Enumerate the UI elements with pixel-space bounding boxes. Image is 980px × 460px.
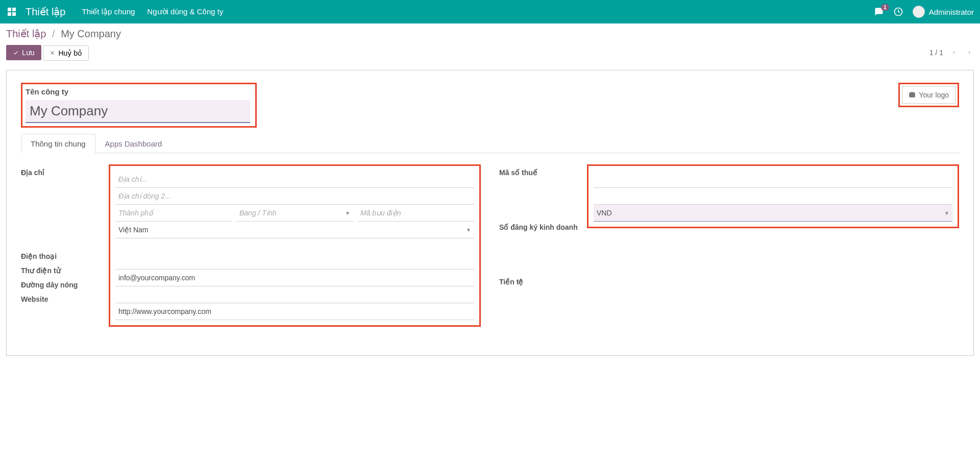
breadcrumb-root[interactable]: Thiết lập [6, 28, 46, 39]
chevron-right-icon [967, 49, 972, 56]
highlight-logo: Your logo [898, 83, 959, 107]
highlight-right-block: ▼ [587, 164, 959, 228]
phone-input[interactable] [115, 253, 474, 270]
avatar-icon [913, 6, 925, 18]
email-input[interactable] [115, 270, 474, 286]
camera-icon [909, 91, 916, 99]
chevron-left-icon [951, 49, 957, 56]
activities-icon[interactable] [893, 7, 903, 17]
check-icon [13, 50, 19, 56]
discard-button[interactable]: Huỷ bỏ [43, 45, 89, 61]
registry-label: Số đăng ký kinh doanh [499, 219, 581, 231]
company-name-input[interactable] [26, 100, 250, 123]
zip-input[interactable] [357, 205, 474, 222]
messaging-badge: 1 [881, 4, 889, 11]
user-name-label: Administrator [929, 8, 974, 16]
email-label: Thư điện tử [21, 262, 103, 275]
form-left-column: Địa chỉ ▼ ▼ [21, 164, 481, 327]
breadcrumb-current: My Company [61, 28, 121, 39]
logo-upload-button[interactable]: Your logo [902, 86, 955, 104]
save-button-label: Lưu [22, 49, 35, 57]
logo-upload-label: Your logo [919, 91, 949, 99]
state-select[interactable] [236, 205, 353, 222]
currency-select[interactable] [594, 205, 952, 222]
save-button[interactable]: Lưu [6, 45, 41, 60]
nav-brand[interactable]: Thiết lập [26, 6, 65, 18]
form-sheet: Tên công ty Your logo Thông tin chung Ap… [6, 70, 974, 356]
city-input[interactable] [115, 205, 232, 222]
breadcrumb-separator: / [52, 28, 55, 39]
hotline-input[interactable] [115, 286, 474, 303]
tab-general-info[interactable]: Thông tin chung [21, 134, 95, 153]
nav-link-users-companies[interactable]: Người dùng & Công ty [147, 7, 223, 16]
hotline-label: Đường dây nóng [21, 277, 103, 289]
pager-prev[interactable] [949, 47, 959, 58]
pager: 1 / 1 [929, 47, 974, 58]
highlight-company-name: Tên công ty [21, 83, 257, 128]
form-right-column: Mã số thuế ▼ Số đăng ký kinh doanh Tiền … [499, 164, 959, 327]
currency-label: Tiền tệ [499, 274, 581, 286]
tab-apps-dashboard[interactable]: Apps Dashboard [95, 134, 172, 153]
website-input[interactable] [115, 303, 474, 320]
close-icon [50, 50, 55, 56]
tabs: Thông tin chung Apps Dashboard [21, 134, 959, 153]
street-input[interactable] [115, 171, 474, 188]
apps-menu-icon[interactable] [6, 6, 17, 17]
country-select[interactable] [115, 222, 474, 238]
navbar: Thiết lập Thiết lập chung Người dùng & C… [0, 0, 980, 23]
street2-input[interactable] [115, 188, 474, 205]
address-label: Địa chỉ [21, 164, 103, 177]
company-name-label: Tên công ty [26, 87, 250, 96]
website-label: Website [21, 291, 103, 303]
control-panel: Thiết lập / My Company Lưu Huỷ bỏ 1 / 1 [0, 23, 980, 66]
vat-label: Mã số thuế [499, 164, 581, 177]
pager-value: 1 / 1 [929, 49, 943, 57]
nav-link-general-settings[interactable]: Thiết lập chung [82, 7, 135, 16]
highlight-address-block: ▼ ▼ [109, 164, 481, 327]
phone-label: Điện thoại [21, 248, 103, 260]
vat-input[interactable] [594, 171, 952, 188]
pager-next[interactable] [965, 47, 974, 58]
breadcrumb: Thiết lập / My Company [6, 28, 974, 40]
messaging-icon[interactable]: 1 [874, 7, 884, 16]
discard-button-label: Huỷ bỏ [58, 49, 82, 57]
user-menu[interactable]: Administrator [913, 6, 974, 18]
registry-input[interactable] [594, 188, 952, 205]
